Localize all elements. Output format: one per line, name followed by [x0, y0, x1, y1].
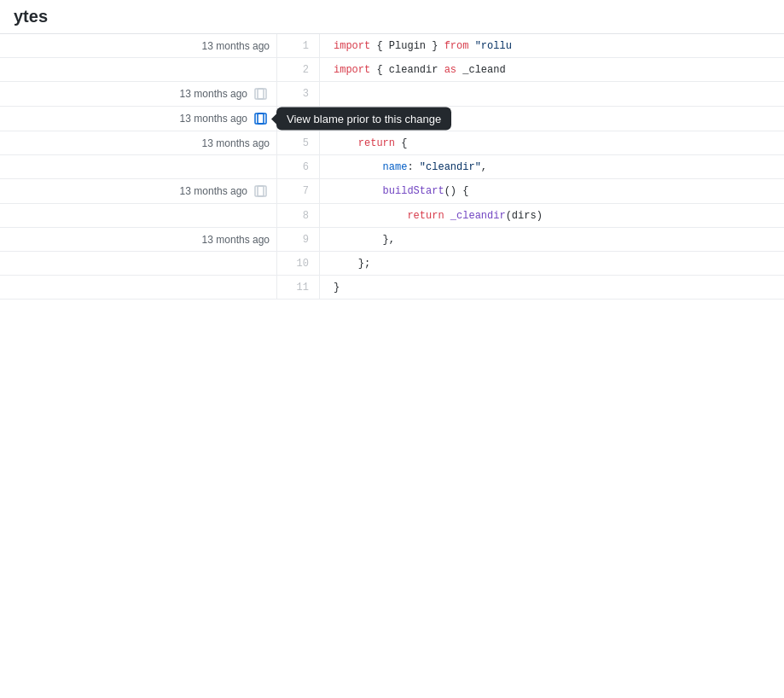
page-title: ytes	[14, 7, 48, 26]
svg-rect-5	[258, 186, 266, 196]
code-token-fn: buildStart	[383, 185, 444, 197]
blame-icon-wrapper: View blame prior to this change	[253, 110, 270, 127]
code-line: buildStart() {	[320, 179, 784, 203]
blame-timestamp: 13 months ago	[180, 113, 247, 125]
blame-timestamp: 13 months ago	[180, 185, 247, 197]
code-token-fn: _cleandir	[334, 113, 389, 125]
code-line: return {	[320, 131, 784, 154]
line-number: 4	[277, 107, 320, 131]
code-token-plain: };	[334, 258, 370, 270]
table-row: 13 months ago5 return {	[0, 131, 784, 155]
table-row: 13 months ago9 },	[0, 228, 784, 252]
code-line: };	[320, 252, 784, 275]
svg-rect-0	[255, 89, 264, 99]
line-number: 10	[277, 252, 320, 275]
code-token-plain	[468, 40, 474, 52]
blame-view: 13 months ago1import { Plugin } from "ro…	[0, 34, 784, 300]
blame-meta-cell	[0, 252, 277, 275]
code-token-plain: (dirs	[389, 113, 420, 125]
code-line: return _cleandir(dirs)	[320, 204, 784, 227]
code-line: name: "cleandir",	[320, 155, 784, 178]
table-row: 11}	[0, 276, 784, 300]
code-token-kw: from	[444, 40, 469, 52]
blame-meta-cell: 13 months ago	[0, 228, 277, 251]
code-token-prop: name	[383, 161, 408, 173]
line-number: 3	[277, 82, 320, 106]
blame-meta-cell	[0, 276, 277, 299]
table-row: 13 months ago 3	[0, 82, 784, 107]
code-token-str: "rollu	[475, 40, 512, 52]
blame-table: 13 months ago1import { Plugin } from "ro…	[0, 34, 784, 300]
code-token-plain: (dirs)	[506, 210, 543, 222]
table-row: 10 };	[0, 252, 784, 276]
code-token-plain: },	[334, 234, 395, 246]
line-number: 1	[277, 34, 320, 57]
blame-history-icon[interactable]	[253, 85, 270, 102]
code-token-plain: _cleand	[456, 64, 506, 76]
line-number: 11	[277, 276, 320, 299]
code-token-plain: {	[395, 137, 407, 149]
blame-meta-cell: 13 months ago	[0, 179, 277, 203]
code-token-kw: return	[358, 137, 395, 149]
blame-timestamp: 13 months ago	[202, 40, 270, 52]
line-number: 9	[277, 228, 320, 251]
blame-timestamp: 13 months ago	[202, 234, 270, 246]
code-line: },	[320, 228, 784, 251]
blame-prior-icon[interactable]	[253, 110, 270, 127]
code-token-kw: as	[444, 64, 456, 76]
blame-timestamp: 13 months ago	[180, 88, 247, 100]
code-line: }	[320, 276, 784, 299]
blame-meta-cell: 13 months ago View blame prior to this c…	[0, 107, 277, 131]
blame-meta-cell	[0, 155, 277, 178]
top-bar: ytes	[0, 0, 784, 34]
blame-meta-cell	[0, 58, 277, 81]
code-token-plain	[444, 210, 450, 222]
blame-meta-cell: 13 months ago	[0, 131, 277, 154]
table-row: 8 return _cleandir(dirs)	[0, 204, 784, 228]
table-row: 2import { cleandir as _cleand	[0, 58, 784, 82]
code-token-kw: import	[334, 40, 370, 52]
line-number: 7	[277, 179, 320, 203]
code-token-plain: :	[407, 161, 419, 173]
table-row: 13 months ago View blame prior to this c…	[0, 107, 784, 131]
blame-meta-cell: 13 months ago	[0, 82, 277, 106]
code-line	[320, 82, 784, 106]
table-row: 13 months ago1import { Plugin } from "ro…	[0, 34, 784, 58]
code-token-kw: return	[407, 210, 444, 222]
code-line: _cleandir(dirs	[320, 107, 784, 131]
svg-rect-4	[255, 186, 264, 196]
code-token-str: "cleandir"	[420, 161, 481, 173]
code-token-plain	[334, 210, 407, 222]
code-token-plain	[334, 161, 383, 173]
blame-timestamp: 13 months ago	[202, 137, 270, 149]
code-line: import { cleandir as _cleand	[320, 58, 784, 81]
code-token-plain	[334, 137, 358, 149]
table-row: 6 name: "cleandir",	[0, 155, 784, 179]
table-row: 13 months ago 7 buildStart() {	[0, 179, 784, 204]
line-number: 5	[277, 131, 320, 154]
code-token-plain: { Plugin }	[370, 40, 444, 52]
code-token-plain: }	[334, 282, 340, 294]
code-token-plain	[334, 185, 383, 197]
code-token-kw: import	[334, 64, 370, 76]
code-token-plain: ,	[481, 161, 487, 173]
code-token-plain: { cleandir	[370, 64, 444, 76]
line-number: 8	[277, 204, 320, 227]
line-number: 6	[277, 155, 320, 178]
code-line: import { Plugin } from "rollu	[320, 34, 784, 57]
svg-rect-1	[258, 89, 266, 99]
svg-rect-2	[255, 113, 264, 124]
line-number: 2	[277, 58, 320, 81]
blame-meta-cell	[0, 204, 277, 227]
blame-history-icon[interactable]	[253, 183, 270, 200]
code-token-fn: _cleandir	[450, 210, 506, 222]
svg-rect-3	[258, 113, 266, 124]
blame-meta-cell: 13 months ago	[0, 34, 277, 57]
code-token-plain: () {	[444, 185, 469, 197]
